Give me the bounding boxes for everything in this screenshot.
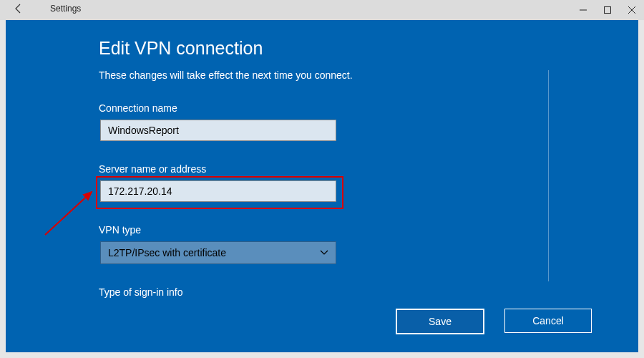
panel-description: These changes will take effect the next … <box>99 69 353 81</box>
close-icon[interactable] <box>620 0 644 20</box>
edit-vpn-panel: Edit VPN connection These changes will t… <box>6 20 638 352</box>
minimize-icon[interactable] <box>571 0 595 20</box>
vpn-type-selected: L2TP/IPsec with certificate <box>108 247 226 258</box>
scrollbar[interactable] <box>548 70 549 281</box>
cancel-button[interactable]: Cancel <box>504 309 592 333</box>
server-address-input[interactable] <box>100 180 336 202</box>
maximize-icon[interactable] <box>595 0 620 20</box>
vpn-type-label: VPN type <box>99 224 141 236</box>
vpn-type-select[interactable]: L2TP/IPsec with certificate <box>100 241 336 264</box>
dialog-buttons: Save Cancel <box>396 309 592 334</box>
connection-name-label: Connection name <box>99 102 177 114</box>
panel-title: Edit VPN connection <box>99 38 263 59</box>
title-bar: Settings <box>0 0 644 20</box>
svg-line-2 <box>45 192 92 235</box>
annotation-arrow-icon <box>42 174 106 238</box>
svg-rect-1 <box>605 7 611 14</box>
server-address-label: Server name or address <box>99 163 206 175</box>
settings-window: Settings Edit VPN connection These chang… <box>0 0 644 358</box>
back-icon[interactable] <box>13 3 24 17</box>
connection-name-input[interactable] <box>100 120 336 141</box>
signin-type-label: Type of sign-in info <box>99 286 183 298</box>
save-button[interactable]: Save <box>396 309 484 334</box>
chevron-down-icon <box>320 248 328 258</box>
window-title: Settings <box>50 4 81 14</box>
window-controls <box>571 0 644 20</box>
